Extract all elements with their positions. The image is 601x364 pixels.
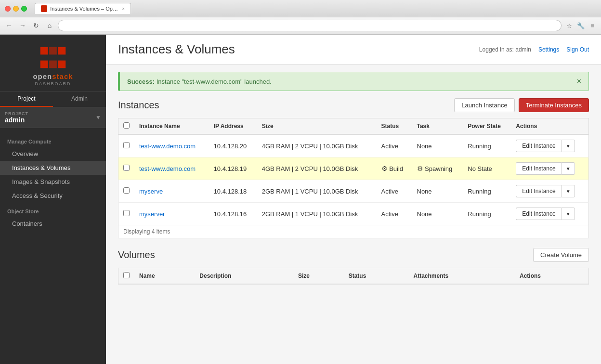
- top-bar-right: Logged in as: admin Settings Sign Out: [479, 46, 589, 53]
- back-button[interactable]: ←: [4, 20, 14, 31]
- project-dropdown-icon: ▼: [95, 114, 101, 121]
- edit-instance-dropdown[interactable]: ▼: [562, 208, 575, 220]
- terminate-instances-button[interactable]: Terminate Instances: [519, 98, 589, 112]
- instance-name-cell: test-www.demo.com: [134, 157, 209, 180]
- volumes-section: Volumes Create Volume Name Description S…: [118, 248, 589, 285]
- edit-instance-button[interactable]: Edit Instance: [516, 162, 561, 175]
- row-checkbox-cell: [118, 134, 135, 157]
- ip-address-cell: 10.4.128.18: [209, 180, 257, 203]
- maximize-window-btn[interactable]: [21, 6, 27, 12]
- row-checkbox-cell: [118, 157, 135, 180]
- active-tab[interactable]: Instances & Volumes – Open... ×: [35, 3, 131, 14]
- logo-dashboard: DASHBOARD: [7, 81, 99, 86]
- sidebar-tab-project[interactable]: Project: [0, 91, 53, 107]
- openstack-logo: [7, 44, 99, 72]
- sidebar-tab-admin[interactable]: Admin: [53, 91, 106, 107]
- status-cell: Active: [377, 180, 412, 203]
- task-cell: None: [412, 134, 463, 157]
- edit-instance-button[interactable]: Edit Instance: [516, 185, 561, 197]
- actions-cell: Edit Instance ▼: [511, 157, 588, 180]
- alert-message: Instance "test-www.demo.com" launched.: [157, 78, 272, 85]
- edit-btn-group: Edit Instance ▼: [516, 208, 584, 220]
- volumes-table: Name Description Size Status Attachments…: [118, 268, 589, 285]
- row-checkbox-1[interactable]: [123, 165, 130, 171]
- actions-cell: Edit Instance ▼: [511, 180, 588, 203]
- home-button[interactable]: ⌂: [44, 20, 55, 31]
- edit-instance-button[interactable]: Edit Instance: [516, 208, 561, 220]
- instances-section-header: Instances Launch Instance Terminate Inst…: [118, 98, 589, 112]
- svg-rect-5: [49, 61, 57, 68]
- instance-name-link[interactable]: myserver: [139, 210, 204, 218]
- vth-size: Size: [293, 268, 344, 285]
- settings-link[interactable]: Settings: [538, 46, 559, 53]
- create-volume-button[interactable]: Create Volume: [533, 248, 589, 262]
- row-checkbox-2[interactable]: [123, 187, 130, 194]
- alert-close-icon[interactable]: ×: [577, 77, 581, 86]
- instance-name-link[interactable]: test-www.demo.com: [139, 143, 204, 150]
- table-row: test-www.demo.com 10.4.128.20 4GB RAM | …: [118, 134, 589, 157]
- vth-status: Status: [344, 268, 409, 285]
- forward-button[interactable]: →: [17, 20, 28, 31]
- edit-instance-dropdown[interactable]: ▼: [562, 162, 575, 175]
- browser-titlebar: Instances & Volumes – Open... ×: [0, 0, 601, 17]
- sidebar-logo: openstack DASHBOARD: [0, 35, 106, 91]
- launch-instance-button[interactable]: Launch Instance: [454, 98, 514, 112]
- bookmark-icon[interactable]: ☆: [564, 21, 574, 30]
- instance-name-link[interactable]: test-www.demo.com: [139, 165, 204, 172]
- sidebar-section-compute: Manage Compute: [0, 133, 106, 147]
- browser-toolbar: ← → ↻ ⌂ ☆ 🔧 ≡: [0, 17, 601, 34]
- select-all-checkbox[interactable]: [123, 122, 130, 129]
- th-actions: Actions: [511, 118, 588, 135]
- sidebar-item-images-snapshots[interactable]: Images & Snapshots: [0, 175, 106, 189]
- close-window-btn[interactable]: [5, 6, 11, 12]
- extensions-icon[interactable]: 🔧: [576, 21, 586, 30]
- address-bar[interactable]: [58, 20, 562, 31]
- sidebar-tabs: Project Admin: [0, 91, 106, 107]
- table-row: myserver 10.4.128.16 2GB RAM | 1 VCPU | …: [118, 203, 589, 225]
- instance-name-link[interactable]: myserve: [139, 188, 204, 195]
- svg-rect-3: [58, 61, 66, 68]
- volumes-actions: Create Volume: [533, 248, 589, 262]
- logo-stack: stack: [52, 72, 73, 80]
- power-state-cell: Running: [463, 134, 511, 157]
- row-checkbox-cell: [118, 203, 135, 225]
- status-cell: Active: [377, 203, 412, 225]
- project-label: PROJECT: [5, 111, 28, 116]
- sidebar-project[interactable]: PROJECT admin ▼: [0, 107, 106, 128]
- browser-window-controls: [5, 6, 27, 12]
- th-instance-name: Instance Name: [134, 118, 209, 135]
- row-checkbox-cell: [118, 180, 135, 203]
- row-checkbox-3[interactable]: [123, 210, 130, 216]
- signout-link[interactable]: Sign Out: [566, 46, 589, 53]
- table-row: test-www.demo.com 10.4.128.19 4GB RAM | …: [118, 157, 589, 180]
- th-size: Size: [257, 118, 377, 135]
- logo-open: open: [33, 72, 52, 80]
- status-cell: Active: [377, 134, 412, 157]
- sidebar: openstack DASHBOARD Project Admin PROJEC…: [0, 35, 106, 364]
- logged-in-text: Logged in as: admin: [479, 46, 531, 53]
- volumes-title: Volumes: [118, 249, 155, 260]
- row-checkbox-0[interactable]: [123, 142, 130, 148]
- instance-name-cell: myserve: [134, 180, 209, 203]
- edit-instance-dropdown[interactable]: ▼: [562, 140, 575, 152]
- vth-description: Description: [195, 268, 293, 285]
- minimize-window-btn[interactable]: [13, 6, 19, 12]
- sidebar-item-instances-volumes[interactable]: Instances & Volumes: [0, 161, 106, 175]
- sidebar-item-overview[interactable]: Overview: [0, 147, 106, 161]
- sidebar-item-access-security[interactable]: Access & Security: [0, 189, 106, 203]
- vth-attachments: Attachments: [408, 268, 514, 285]
- volumes-select-all[interactable]: [123, 272, 130, 278]
- table-row: myserve 10.4.128.18 2GB RAM | 1 VCPU | 1…: [118, 180, 589, 203]
- ip-address-cell: 10.4.128.19: [209, 157, 257, 180]
- sidebar-item-containers[interactable]: Containers: [0, 217, 106, 231]
- app-layout: openstack DASHBOARD Project Admin PROJEC…: [0, 35, 601, 364]
- tab-close-icon[interactable]: ×: [122, 6, 125, 12]
- instances-actions: Launch Instance Terminate Instances: [454, 98, 589, 112]
- reload-button[interactable]: ↻: [31, 20, 41, 31]
- tab-favicon: [41, 5, 47, 12]
- power-state-cell: Running: [463, 180, 511, 203]
- sidebar-nav: Manage Compute Overview Instances & Volu…: [0, 128, 106, 364]
- menu-icon[interactable]: ≡: [588, 21, 597, 30]
- edit-instance-button[interactable]: Edit Instance: [516, 140, 561, 152]
- edit-instance-dropdown[interactable]: ▼: [562, 185, 575, 197]
